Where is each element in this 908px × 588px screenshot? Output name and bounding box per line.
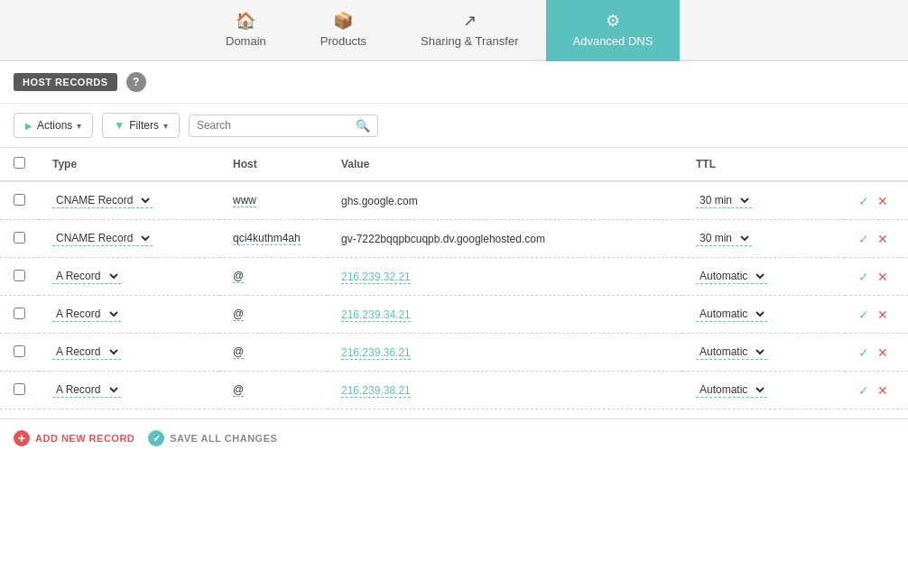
- ttl-select-0[interactable]: 30 min: [696, 193, 752, 208]
- save-all-changes-button[interactable]: ✓ SAVE ALL CHANGES: [148, 430, 277, 446]
- filters-label: Filters: [129, 119, 159, 132]
- actions-label: Actions: [37, 119, 72, 132]
- table-row: A Record @ 216.239.32.21 Automatic ✓ ✕: [0, 258, 908, 296]
- delete-icon-5[interactable]: ✕: [877, 383, 888, 398]
- confirm-icon-3[interactable]: ✓: [858, 308, 869, 322]
- tab-domain-label: Domain: [226, 34, 266, 48]
- row-checkbox-cell: [0, 258, 39, 296]
- row-checkbox-1[interactable]: [14, 232, 25, 243]
- th-type: Type: [39, 148, 219, 181]
- table-row: CNAME Record qci4kuthm4ah gv-7222bqqpbcu…: [0, 220, 908, 258]
- row-host-cell: @: [219, 334, 328, 372]
- row-ttl-cell: Automatic: [682, 334, 845, 372]
- confirm-icon-0[interactable]: ✓: [858, 194, 869, 208]
- row-value-cell: 216.239.32.21: [328, 258, 682, 296]
- ttl-select-5[interactable]: Automatic: [696, 382, 767, 398]
- row-checkbox-3[interactable]: [14, 308, 25, 319]
- search-input[interactable]: [197, 119, 356, 132]
- row-checkbox-5[interactable]: [14, 383, 25, 395]
- confirm-icon-1[interactable]: ✓: [858, 232, 869, 246]
- row-host-cell: qci4kuthm4ah: [219, 220, 328, 258]
- host-value-1: qci4kuthm4ah: [233, 232, 301, 245]
- delete-icon-1[interactable]: ✕: [877, 232, 888, 246]
- row-checkbox-0[interactable]: [14, 194, 25, 206]
- row-checkbox-cell: [0, 220, 39, 258]
- delete-icon-3[interactable]: ✕: [877, 308, 888, 322]
- row-ttl-cell: Automatic: [682, 296, 845, 334]
- row-actions-cell: ✓ ✕: [845, 334, 908, 372]
- row-type-cell: A Record: [39, 372, 219, 409]
- confirm-icon-4[interactable]: ✓: [858, 345, 869, 360]
- save-check-icon: ✓: [148, 430, 164, 446]
- row-ttl-cell: Automatic: [682, 372, 845, 409]
- row-ttl-cell: Automatic: [682, 258, 845, 296]
- th-checkbox: [0, 148, 39, 181]
- row-checkbox-cell: [0, 296, 39, 334]
- confirm-icon-5[interactable]: ✓: [858, 383, 869, 398]
- tab-advanced-dns[interactable]: ⚙ Advanced DNS: [546, 0, 681, 61]
- tab-products[interactable]: 📦 Products: [293, 0, 394, 61]
- row-type-cell: CNAME Record: [39, 181, 219, 220]
- row-checkbox-cell: [0, 372, 39, 409]
- row-type-cell: A Record: [39, 296, 219, 334]
- value-link-5[interactable]: 216.239.38.21: [341, 384, 411, 398]
- tab-domain[interactable]: 🏠 Domain: [199, 0, 293, 61]
- row-actions-cell: ✓ ✕: [845, 181, 908, 220]
- row-type-cell: CNAME Record: [39, 220, 219, 258]
- toolbar: ▶ Actions ▾ ▼ Filters ▾ 🔍: [0, 104, 908, 148]
- select-all-checkbox[interactable]: [14, 157, 25, 169]
- row-checkbox-2[interactable]: [14, 270, 25, 281]
- ttl-select-1[interactable]: 30 min: [696, 231, 752, 246]
- confirm-icon-2[interactable]: ✓: [858, 270, 869, 284]
- table-row: A Record @ 216.239.38.21 Automatic ✓ ✕: [0, 372, 908, 409]
- row-actions-cell: ✓ ✕: [845, 258, 908, 296]
- row-checkbox-cell: [0, 334, 39, 372]
- ttl-select-4[interactable]: Automatic: [696, 345, 767, 360]
- advanced-dns-icon: ⚙: [606, 11, 620, 31]
- type-select-5[interactable]: A Record: [52, 382, 121, 398]
- row-actions-cell: ✓ ✕: [845, 372, 908, 409]
- add-new-record-button[interactable]: + ADD NEW RECORD: [14, 430, 134, 446]
- ttl-select-2[interactable]: Automatic: [696, 269, 767, 284]
- type-select-3[interactable]: A Record: [52, 307, 121, 322]
- table-row: A Record @ 216.239.34.21 Automatic ✓ ✕: [0, 296, 908, 334]
- type-select-2[interactable]: A Record: [52, 269, 121, 284]
- tab-sharing[interactable]: ↗ Sharing & Transfer: [394, 0, 545, 61]
- help-button[interactable]: ?: [126, 72, 146, 92]
- row-checkbox-4[interactable]: [14, 345, 25, 357]
- value-link-4[interactable]: 216.239.36.21: [341, 346, 411, 360]
- table-row: A Record @ 216.239.36.21 Automatic ✓ ✕: [0, 334, 908, 372]
- filters-button[interactable]: ▼ Filters ▾: [102, 113, 180, 138]
- row-ttl-cell: 30 min: [682, 220, 845, 258]
- row-value-cell: 216.239.34.21: [328, 296, 682, 334]
- products-icon: 📦: [333, 11, 353, 31]
- row-actions-cell: ✓ ✕: [845, 296, 908, 334]
- type-select-0[interactable]: CNAME Record: [52, 193, 153, 208]
- host-value-5: @: [233, 383, 244, 397]
- type-select-1[interactable]: CNAME Record: [52, 231, 153, 246]
- tab-advanced-dns-label: Advanced DNS: [573, 34, 653, 48]
- add-record-label: ADD NEW RECORD: [35, 433, 134, 444]
- type-select-4[interactable]: A Record: [52, 345, 121, 360]
- search-icon: 🔍: [356, 119, 370, 133]
- section-header: HOST RECORDS ?: [0, 61, 908, 104]
- value-link-3[interactable]: 216.239.34.21: [341, 308, 411, 322]
- ttl-select-3[interactable]: Automatic: [696, 307, 767, 322]
- row-type-cell: A Record: [39, 334, 219, 372]
- actions-button[interactable]: ▶ Actions ▾: [14, 113, 93, 138]
- tab-sharing-label: Sharing & Transfer: [421, 34, 518, 48]
- row-type-cell: A Record: [39, 258, 219, 296]
- host-value-3: @: [233, 308, 244, 321]
- delete-icon-2[interactable]: ✕: [877, 270, 888, 284]
- save-label: SAVE ALL CHANGES: [170, 433, 277, 444]
- th-value: Value: [328, 148, 682, 181]
- domain-icon: 🏠: [236, 11, 255, 31]
- host-records-badge: HOST RECORDS: [14, 73, 117, 91]
- row-host-cell: @: [219, 296, 328, 334]
- delete-icon-0[interactable]: ✕: [877, 194, 888, 208]
- filter-icon: ▼: [114, 119, 125, 132]
- search-box: 🔍: [189, 115, 378, 137]
- delete-icon-4[interactable]: ✕: [877, 345, 888, 360]
- row-host-cell: @: [219, 258, 328, 296]
- value-link-2[interactable]: 216.239.32.21: [341, 271, 411, 284]
